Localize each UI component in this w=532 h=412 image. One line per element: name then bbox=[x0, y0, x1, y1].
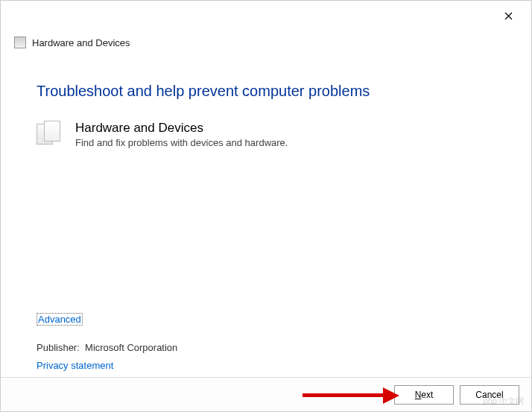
item-text: Hardware and Devices Find and fix proble… bbox=[75, 121, 495, 148]
footer-bar: Next Cancel bbox=[1, 377, 531, 411]
advanced-link[interactable]: Advanced bbox=[37, 313, 83, 326]
item-description: Find and fix problems with devices and h… bbox=[75, 137, 495, 148]
close-button[interactable] bbox=[492, 4, 525, 27]
item-title: Hardware and Devices bbox=[75, 121, 495, 136]
hardware-icon bbox=[37, 121, 63, 150]
titlebar bbox=[1, 1, 531, 31]
page-heading: Troubleshoot and help prevent computer p… bbox=[37, 83, 495, 100]
arrow-annotation bbox=[303, 386, 403, 404]
close-icon bbox=[504, 12, 513, 20]
troubleshooter-icon bbox=[14, 37, 26, 48]
publisher-row: Publisher: Microsoft Corporation bbox=[37, 342, 177, 353]
advanced-row: Advanced bbox=[37, 312, 83, 326]
cancel-button[interactable]: Cancel bbox=[460, 385, 519, 405]
content-area: Troubleshoot and help prevent computer p… bbox=[1, 59, 531, 150]
window-title: Hardware and Devices bbox=[32, 37, 130, 48]
privacy-link[interactable]: Privacy statement bbox=[37, 360, 113, 371]
publisher-value: Microsoft Corporation bbox=[85, 342, 177, 353]
troubleshooter-item: Hardware and Devices Find and fix proble… bbox=[37, 121, 495, 150]
next-button[interactable]: Next bbox=[394, 385, 454, 405]
header-row: Hardware and Devices bbox=[1, 31, 531, 59]
publisher-label: Publisher: bbox=[37, 342, 80, 353]
